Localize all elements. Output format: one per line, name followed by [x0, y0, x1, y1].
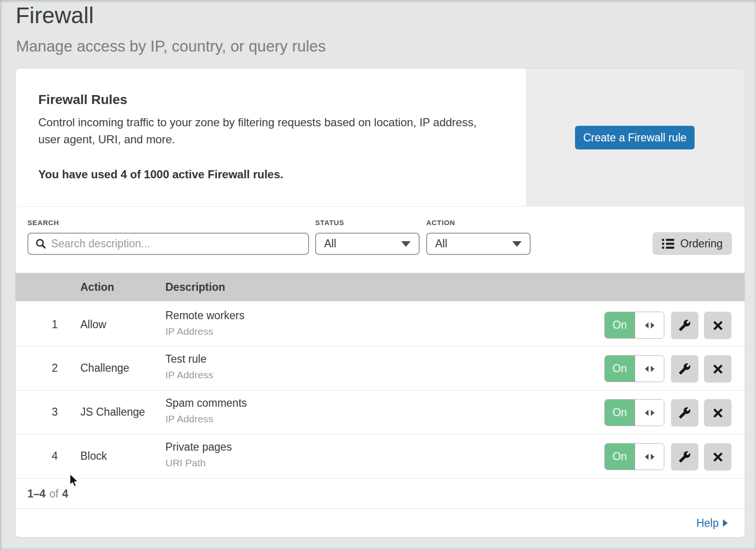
wrench-icon — [679, 363, 691, 375]
toggle-on-label: On — [605, 400, 635, 426]
help-arrow-icon — [723, 519, 728, 527]
rule-match-type: URI Path — [165, 457, 206, 469]
toggle-knob[interactable] — [635, 400, 664, 426]
rule-row: 3 JS Challenge Spam comments IP Address … — [16, 391, 745, 435]
drag-horizontal-arrows-icon — [644, 454, 655, 460]
delete-rule-button[interactable] — [704, 355, 731, 383]
rule-priority-number: 2 — [42, 362, 68, 375]
rule-row: 2 Challenge Test rule IP Address On — [16, 347, 745, 391]
filters-bar: SEARCH STATUS All ACTION All — [16, 207, 745, 273]
close-icon — [713, 408, 723, 419]
help-row: Help — [16, 508, 745, 537]
edit-rule-button[interactable] — [671, 443, 698, 471]
action-select-value: All — [427, 237, 512, 250]
column-header-description: Description — [165, 281, 225, 294]
rule-action: Block — [80, 450, 107, 463]
drag-horizontal-arrows-icon — [644, 410, 655, 416]
drag-horizontal-arrows-icon — [644, 366, 655, 372]
toggle-on-label: On — [605, 356, 635, 382]
delete-rule-button[interactable] — [704, 399, 731, 427]
toggle-knob[interactable] — [635, 356, 664, 382]
rule-priority-number: 4 — [42, 450, 68, 463]
rule-description: Test rule — [165, 353, 206, 366]
hero-section: Create a Firewall rule Firewall Rules Co… — [16, 69, 745, 207]
pagination-total: 4 — [62, 488, 69, 500]
ordering-button[interactable]: Ordering — [653, 232, 732, 255]
delete-rule-button[interactable] — [704, 312, 731, 339]
close-icon — [713, 452, 723, 463]
rules-list: 1 Allow Remote workers IP Address On 2 — [16, 303, 745, 479]
search-label: SEARCH — [27, 218, 59, 227]
wrench-icon — [679, 451, 691, 463]
firewall-rules-card: Create a Firewall rule Firewall Rules Co… — [16, 69, 745, 537]
pagination-of: of — [49, 488, 58, 500]
drag-horizontal-arrows-icon — [644, 322, 655, 329]
ordering-button-label: Ordering — [680, 237, 722, 250]
search-box[interactable] — [27, 233, 309, 255]
page-title: Firewall — [16, 2, 94, 28]
rule-row: 1 Allow Remote workers IP Address On — [16, 303, 745, 347]
rule-action: JS Challenge — [80, 406, 145, 419]
delete-rule-button[interactable] — [704, 443, 731, 471]
rule-row: 4 Block Private pages URI Path On — [16, 435, 745, 479]
hero-description: Control incoming traffic to your zone by… — [38, 114, 488, 148]
chevron-down-icon — [401, 241, 411, 247]
search-input[interactable] — [46, 234, 308, 254]
ordering-list-icon — [662, 238, 674, 249]
toggle-on-label: On — [605, 312, 635, 338]
page-subtitle: Manage access by IP, country, or query r… — [16, 37, 326, 55]
rule-enabled-toggle[interactable]: On — [604, 443, 664, 470]
rule-description: Private pages — [165, 441, 232, 454]
rule-enabled-toggle[interactable]: On — [604, 355, 664, 382]
status-label: STATUS — [315, 218, 344, 227]
rule-description: Remote workers — [165, 309, 244, 322]
table-header-row: Action Description — [16, 273, 745, 301]
create-firewall-rule-button[interactable]: Create a Firewall rule — [575, 126, 695, 149]
wrench-icon — [679, 407, 691, 419]
rule-priority-number: 1 — [42, 318, 68, 331]
rule-match-type: IP Address — [165, 413, 213, 425]
pagination-range: 1–4 — [27, 488, 45, 500]
rule-match-type: IP Address — [165, 369, 213, 381]
close-icon — [713, 320, 723, 331]
rule-description: Spam comments — [165, 397, 247, 410]
rule-action: Allow — [80, 318, 106, 331]
rule-enabled-toggle[interactable]: On — [604, 399, 664, 426]
action-label: ACTION — [426, 218, 455, 227]
close-icon — [713, 364, 723, 375]
action-select[interactable]: All — [426, 233, 531, 255]
column-header-action: Action — [80, 281, 114, 294]
pagination: 1–4 of 4 — [16, 479, 745, 508]
help-link-label: Help — [696, 517, 719, 530]
rule-action: Challenge — [80, 362, 129, 375]
rule-enabled-toggle[interactable]: On — [604, 312, 664, 339]
status-select[interactable]: All — [315, 233, 420, 255]
hero-side-panel: Create a Firewall rule — [526, 69, 745, 206]
edit-rule-button[interactable] — [671, 399, 698, 427]
edit-rule-button[interactable] — [671, 355, 698, 383]
search-icon — [35, 238, 46, 249]
rule-priority-number: 3 — [42, 406, 68, 419]
status-select-value: All — [316, 237, 401, 250]
rule-match-type: IP Address — [165, 326, 213, 337]
edit-rule-button[interactable] — [671, 312, 698, 339]
toggle-knob[interactable] — [635, 444, 664, 470]
toggle-knob[interactable] — [635, 312, 664, 338]
toggle-on-label: On — [605, 444, 635, 470]
hero-usage-text: You have used 4 of 1000 active Firewall … — [38, 168, 283, 181]
chevron-down-icon — [512, 241, 522, 247]
wrench-icon — [679, 319, 691, 332]
help-link[interactable]: Help — [696, 517, 728, 530]
hero-heading: Firewall Rules — [38, 92, 127, 107]
